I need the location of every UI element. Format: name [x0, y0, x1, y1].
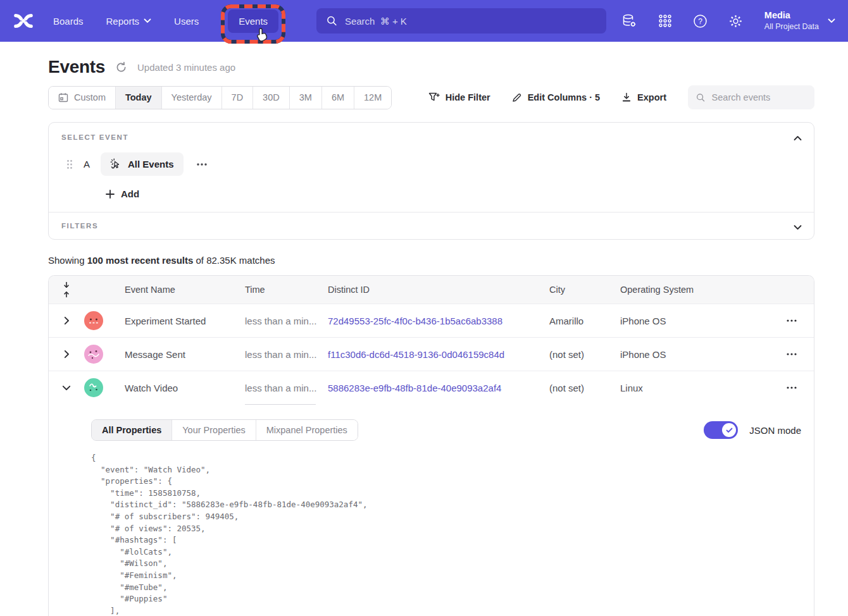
- table-row: Message Sent less than a min... f11c30d6…: [49, 337, 814, 371]
- collapse-all-sort-button[interactable]: [49, 281, 84, 298]
- project-selector[interactable]: Media All Project Data: [764, 9, 835, 32]
- nav-item-label: Boards: [53, 16, 84, 27]
- apps-grid-icon[interactable]: [657, 13, 673, 29]
- date-range-7d[interactable]: 7D: [222, 87, 254, 109]
- ellipsis-icon: [786, 386, 797, 390]
- global-search[interactable]: [316, 8, 606, 34]
- ellipsis-icon: [196, 163, 208, 166]
- export-label: Export: [637, 92, 666, 102]
- row-menu-button[interactable]: [770, 386, 814, 390]
- chevron-down-icon: [794, 225, 802, 230]
- distinct-id-link[interactable]: 5886283e-e9fb-48fb-81de-40e9093a2af4: [328, 383, 549, 393]
- nav-item-boards[interactable]: Boards: [53, 16, 84, 27]
- sort-arrows-icon: [62, 281, 71, 298]
- expand-filters-button[interactable]: [794, 221, 802, 233]
- date-range-custom[interactable]: Custom: [49, 87, 116, 109]
- expand-row-button[interactable]: [49, 316, 84, 325]
- os-cell: iPhone OS: [620, 316, 770, 326]
- event-name-cell: Watch Video: [125, 383, 245, 393]
- column-header-time: Time: [245, 285, 328, 295]
- top-navbar: Boards Reports Users Events: [0, 0, 848, 42]
- row-menu-button[interactable]: [770, 319, 814, 323]
- json-mode-label: JSON mode: [749, 425, 801, 436]
- nav-item-users[interactable]: Users: [174, 16, 199, 27]
- date-range-yesterday[interactable]: Yesterday: [162, 87, 222, 109]
- plus-icon: [106, 190, 115, 199]
- drag-handle[interactable]: [66, 159, 73, 169]
- events-nav-annotation-wrap: Events: [228, 9, 278, 33]
- date-range-12m[interactable]: 12M: [354, 87, 391, 109]
- column-header-city: City: [549, 285, 620, 295]
- event-more-options-button[interactable]: [192, 160, 211, 169]
- hide-filter-button[interactable]: Hide Filter: [428, 92, 490, 102]
- nav-item-reports[interactable]: Reports: [106, 16, 152, 27]
- selected-event-label: All Events: [128, 159, 174, 169]
- events-search[interactable]: [688, 85, 814, 109]
- main-content: Events Updated 3 minutes ago Custom Toda…: [0, 57, 848, 616]
- help-icon[interactable]: ?: [692, 13, 709, 29]
- expand-row-button[interactable]: [49, 350, 84, 359]
- column-header-os: Operating System: [620, 285, 770, 295]
- all-events-selector[interactable]: All Events: [101, 152, 184, 176]
- filters-section: FILTERS: [49, 212, 814, 239]
- date-range-6m[interactable]: 6M: [322, 87, 354, 109]
- tab-mixpanel-properties[interactable]: Mixpanel Properties: [256, 420, 358, 440]
- chevron-down-icon: [62, 385, 71, 391]
- chevron-down-icon: [144, 18, 151, 23]
- project-name: Media: [764, 9, 819, 22]
- row-menu-button[interactable]: [770, 352, 814, 356]
- svg-text:?: ?: [699, 17, 703, 26]
- distinct-id-link[interactable]: f11c30d6-dc6d-4518-9136-0d046159c84d: [328, 349, 549, 360]
- date-range-label: Yesterday: [171, 92, 212, 102]
- nav-right-controls: ? Media All Project Data: [621, 9, 835, 32]
- collapse-section-button[interactable]: [794, 132, 802, 144]
- city-cell: Amarillo: [549, 316, 620, 326]
- json-mode-toggle[interactable]: [704, 421, 738, 439]
- date-range-30d[interactable]: 30D: [253, 87, 290, 109]
- results-prefix: Showing: [48, 255, 87, 266]
- nav-item-events[interactable]: Events: [228, 9, 278, 33]
- refresh-icon: [115, 61, 127, 73]
- query-builder-card: SELECT EVENT A: [48, 122, 814, 240]
- event-avatar: [84, 345, 103, 364]
- os-cell: iPhone OS: [620, 349, 770, 360]
- search-icon: [696, 92, 706, 103]
- calendar-icon: [58, 92, 68, 102]
- properties-tabs: All Properties Your Properties Mixpanel …: [91, 419, 358, 441]
- events-search-input[interactable]: [712, 92, 806, 102]
- global-search-input[interactable]: [345, 16, 596, 27]
- export-button[interactable]: Export: [621, 92, 666, 102]
- tab-label: Your Properties: [182, 425, 245, 435]
- ellipsis-icon: [786, 319, 797, 323]
- event-avatar: [84, 311, 103, 330]
- tab-your-properties[interactable]: Your Properties: [172, 420, 256, 440]
- expanded-event-detail: All Properties Your Properties Mixpanel …: [49, 404, 814, 616]
- date-range-label: 6M: [332, 92, 344, 102]
- chevron-right-icon: [64, 316, 70, 325]
- distinct-id-link[interactable]: 72d49553-25fc-4f0c-b436-1b5ac6ab3388: [328, 316, 549, 326]
- results-summary: Showing 100 most recent results of 82.35…: [48, 255, 814, 266]
- edit-columns-button[interactable]: Edit Columns · 5: [512, 92, 600, 102]
- data-management-icon[interactable]: [621, 13, 638, 29]
- refresh-button[interactable]: [115, 61, 127, 73]
- date-range-today[interactable]: Today: [116, 87, 162, 109]
- date-range-label: 7D: [232, 92, 244, 102]
- tab-label: Mixpanel Properties: [266, 425, 347, 435]
- hide-filter-label: Hide Filter: [446, 92, 490, 102]
- table-row: Experiment Started less than a min... 72…: [49, 304, 814, 337]
- table-row-expanded: Watch Video less than a min... 5886283e-…: [49, 371, 814, 404]
- nav-items: Boards Reports Users Events: [53, 9, 278, 33]
- collapse-row-button[interactable]: [49, 385, 84, 391]
- events-table: Event Name Time Distinct ID City Operati…: [48, 275, 814, 616]
- settings-gear-icon[interactable]: [728, 13, 744, 29]
- date-range-label: 3M: [299, 92, 312, 102]
- event-name-cell: Message Sent: [125, 349, 245, 360]
- filter-funnel-icon: [428, 92, 440, 102]
- ellipsis-icon: [786, 352, 797, 356]
- check-icon: [726, 428, 733, 433]
- add-event-button[interactable]: Add: [106, 188, 801, 199]
- mixpanel-logo-icon[interactable]: [11, 10, 35, 32]
- tab-all-properties[interactable]: All Properties: [92, 420, 172, 440]
- date-range-3m[interactable]: 3M: [290, 87, 322, 109]
- date-range-label: Custom: [74, 92, 106, 102]
